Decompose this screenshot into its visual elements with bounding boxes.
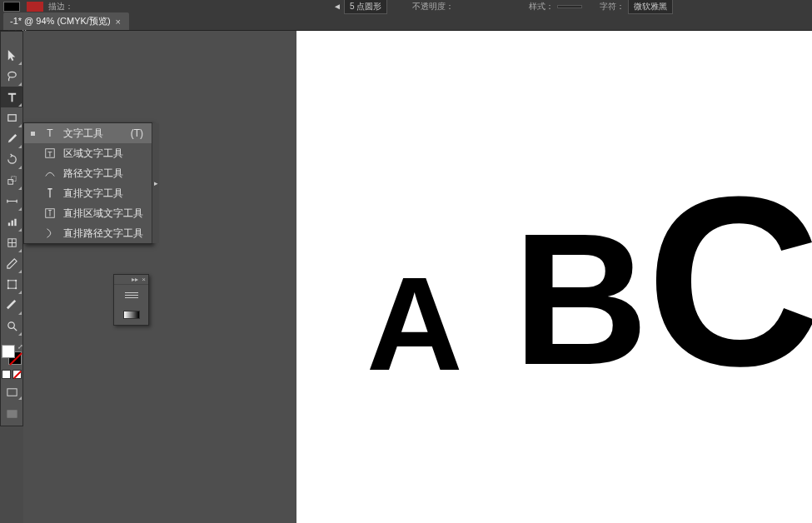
flyout-vertical-type-tool[interactable]: 直排文字工具 — [24, 183, 152, 203]
foreground-swatch[interactable] — [3, 2, 20, 12]
font-dropdown[interactable]: 微软雅黑 — [628, 0, 673, 14]
svg-rect-10 — [15, 280, 17, 281]
font-label: 字符： — [600, 1, 625, 12]
panel-close-icon[interactable]: × — [142, 276, 146, 283]
canvas-letter-c[interactable]: C — [646, 160, 812, 401]
canvas[interactable]: A B C — [296, 31, 812, 523]
type-icon: T — [43, 127, 57, 139]
type-tool[interactable] — [1, 87, 22, 107]
options-button[interactable] — [27, 2, 43, 12]
workspace-area — [23, 31, 297, 523]
svg-rect-5 — [11, 221, 12, 227]
flyout-label: 直排区域文字工具 — [63, 207, 143, 221]
width-tool[interactable] — [1, 191, 22, 212]
brush-dropdown[interactable]: 5 点圆形 — [344, 0, 387, 14]
flyout-label: 直排路径文字工具 — [63, 227, 143, 241]
swap-icon[interactable]: ⤢ — [17, 343, 23, 351]
graph-tool[interactable] — [1, 212, 22, 232]
flyout-tearoff-handle[interactable]: ▸ — [152, 123, 159, 243]
svg-point-13 — [7, 322, 14, 329]
screen-mode-tool[interactable] — [1, 384, 22, 401]
svg-text:T: T — [47, 150, 52, 158]
floating-panel[interactable]: ▸▸ × — [113, 274, 149, 326]
svg-rect-9 — [7, 280, 8, 281]
svg-rect-11 — [7, 287, 8, 289]
svg-rect-8 — [7, 281, 15, 288]
close-icon[interactable]: × — [116, 17, 121, 27]
rotate-tool[interactable] — [1, 149, 22, 170]
svg-rect-15 — [7, 410, 16, 416]
options-bar: 描边： ◄ 5 点圆形 不透明度： 样式： 字符： 微软雅黑 — [0, 0, 812, 12]
svg-rect-2 — [7, 180, 12, 185]
flyout-area-type-tool[interactable]: T 区域文字工具 — [24, 143, 152, 163]
flyout-label: 文字工具 — [63, 127, 103, 141]
panel-row-paragraph[interactable] — [114, 285, 148, 305]
scale-tool[interactable] — [1, 170, 22, 191]
opacity-label: 不透明度： — [412, 1, 454, 12]
panel-row-gradient[interactable] — [114, 305, 148, 325]
svg-rect-3 — [11, 177, 16, 182]
flyout-shortcut: (T) — [111, 127, 143, 139]
panel-collapse-icon[interactable]: ▸▸ — [132, 276, 138, 283]
area-type-icon: T — [43, 147, 57, 159]
selection-tool[interactable] — [1, 45, 22, 66]
style-dropdown[interactable] — [557, 5, 582, 8]
svg-rect-6 — [14, 219, 16, 226]
document-tab-bar: -1* @ 94% (CMYK/预览) × — [0, 12, 812, 31]
panel-header[interactable]: ▸▸ × — [114, 275, 148, 285]
vertical-area-type-icon — [43, 207, 57, 219]
flyout-label: 路径文字工具 — [63, 167, 123, 181]
color-mode-none[interactable] — [12, 370, 22, 379]
canvas-letter-b[interactable]: B — [513, 206, 649, 393]
tab-title: -1* @ 94% (CMYK/预览) — [10, 15, 111, 27]
flyout-path-type-tool[interactable]: 路径文字工具 — [24, 163, 152, 183]
fill-box[interactable] — [2, 345, 15, 358]
vertical-path-type-icon — [43, 227, 57, 239]
svg-rect-1 — [7, 115, 15, 122]
flyout-vertical-area-type-tool[interactable]: 直排区域文字工具 — [24, 203, 152, 223]
fill-stroke-section: ⤢ — [1, 341, 22, 426]
vertical-type-icon — [43, 187, 57, 199]
svg-rect-12 — [15, 287, 17, 289]
toolbox: ⤢ — [0, 31, 23, 426]
mesh-tool[interactable] — [1, 232, 22, 253]
flyout-label: 区域文字工具 — [63, 147, 123, 161]
flyout-type-tool[interactable]: T 文字工具 (T) — [24, 123, 152, 143]
fill-stroke-control[interactable]: ⤢ — [2, 345, 22, 365]
rectangle-tool[interactable] — [1, 107, 22, 128]
color-mode-solid[interactable] — [2, 370, 11, 379]
path-type-icon — [43, 167, 57, 179]
zoom-tool[interactable] — [1, 316, 22, 336]
slice-tool[interactable] — [1, 295, 22, 316]
svg-rect-4 — [7, 222, 9, 226]
flyout-vertical-path-type-tool[interactable]: 直排路径文字工具 — [24, 223, 152, 243]
style-label: 样式： — [529, 1, 554, 12]
draw-mode-tool[interactable] — [1, 406, 22, 422]
canvas-letter-a[interactable]: A — [366, 257, 463, 391]
type-tool-flyout: T 文字工具 (T) T 区域文字工具 路径文字工具 直排文字工具 直排区域文字… — [23, 122, 152, 244]
stroke-label: 描边： — [48, 1, 73, 12]
flyout-label: 直排文字工具 — [63, 187, 123, 201]
eyedropper-tool[interactable] — [1, 253, 22, 274]
svg-point-0 — [7, 72, 15, 77]
lasso-tool[interactable] — [1, 66, 22, 87]
paintbrush-tool[interactable] — [1, 128, 22, 149]
svg-rect-14 — [7, 388, 16, 395]
artboard-tool[interactable] — [1, 274, 22, 295]
